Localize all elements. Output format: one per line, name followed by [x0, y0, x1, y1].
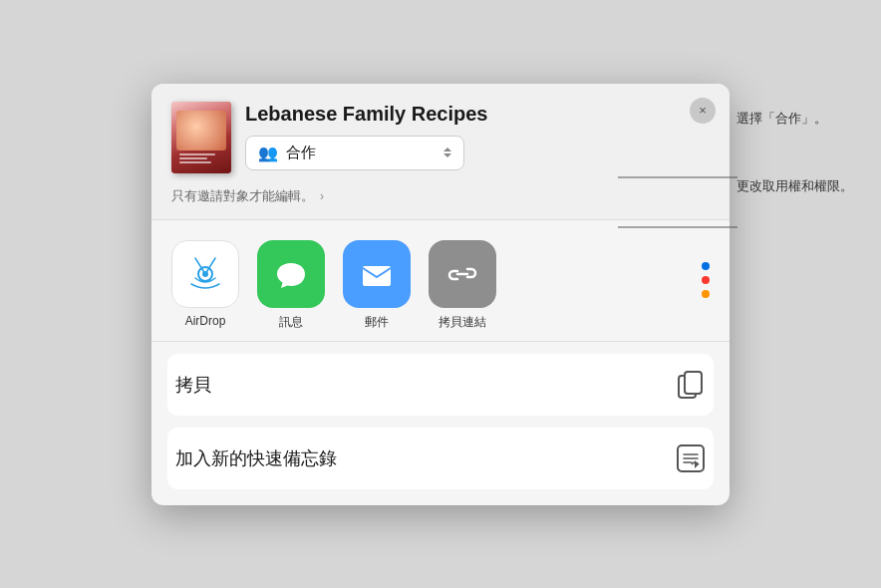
quicknote-icon — [676, 443, 706, 473]
messages-label: 訊息 — [279, 314, 303, 331]
book-line — [179, 161, 211, 163]
collab-icon: 👥 — [258, 144, 278, 162]
apps-section: AirDrop 訊息 — [151, 220, 730, 342]
scroll-dot-red — [702, 276, 710, 284]
app-airdrop[interactable]: AirDrop — [171, 240, 239, 331]
annotations-area: 選擇「合作」。 更改取用權和權限。 — [736, 110, 853, 195]
collab-label: 合作 — [286, 144, 436, 162]
permission-text: 只有邀請對象才能編輯。 — [171, 187, 314, 205]
annotation-permission-text: 更改取用權和權限。 — [736, 177, 853, 195]
permission-row[interactable]: 只有邀請對象才能編輯。 › — [171, 185, 710, 209]
airdrop-icon — [171, 240, 239, 308]
messages-icon — [257, 240, 325, 308]
scroll-dots — [696, 240, 710, 298]
panel-title: Lebanese Family Recipes — [245, 102, 710, 126]
collab-dropdown[interactable]: 👥 合作 — [245, 136, 464, 170]
close-button[interactable]: × — [690, 98, 716, 124]
book-line — [179, 153, 215, 155]
quicknote-label: 加入新的快速備忘錄 — [175, 446, 337, 470]
svg-point-1 — [202, 271, 208, 277]
app-copylink[interactable]: 拷貝連結 — [429, 240, 496, 331]
book-cover — [171, 102, 231, 173]
annotation-collab-text: 選擇「合作」。 — [736, 110, 827, 128]
annotation-permission: 更改取用權和權限。 — [736, 177, 853, 195]
annotation-collab: 選擇「合作」。 — [736, 110, 853, 128]
header-title-section: Lebanese Family Recipes 👥 合作 — [245, 102, 710, 170]
scroll-dot-orange — [702, 290, 710, 298]
permission-chevron-icon: › — [320, 189, 324, 203]
copy-icon — [676, 370, 706, 400]
scroll-dot-blue — [702, 262, 710, 270]
mail-label: 郵件 — [365, 314, 389, 331]
chevron-updown-icon — [443, 147, 451, 157]
airdrop-label: AirDrop — [185, 314, 226, 328]
share-panel: Lebanese Family Recipes 👥 合作 只有邀請對象才能編輯。… — [151, 84, 730, 505]
copylink-icon — [429, 240, 496, 308]
copy-label: 拷貝 — [175, 373, 211, 397]
app-mail[interactable]: 郵件 — [343, 240, 411, 331]
book-line — [179, 157, 207, 159]
book-cover-image — [176, 111, 226, 150]
copylink-label: 拷貝連結 — [439, 314, 486, 331]
panel-header: Lebanese Family Recipes 👥 合作 只有邀請對象才能編輯。… — [151, 84, 730, 220]
action-quicknote[interactable]: 加入新的快速備忘錄 — [167, 428, 714, 489]
header-top: Lebanese Family Recipes 👥 合作 — [171, 102, 710, 173]
apps-row: AirDrop 訊息 — [171, 240, 696, 331]
book-cover-lines — [175, 153, 215, 163]
action-copy[interactable]: 拷貝 — [167, 354, 714, 416]
svg-rect-8 — [685, 372, 702, 394]
scene: Lebanese Family Recipes 👥 合作 只有邀請對象才能編輯。… — [0, 0, 881, 588]
app-messages[interactable]: 訊息 — [257, 240, 325, 331]
mail-icon — [343, 240, 411, 308]
actions-section: 拷貝 加入新的快速備忘錄 — [151, 354, 730, 505]
